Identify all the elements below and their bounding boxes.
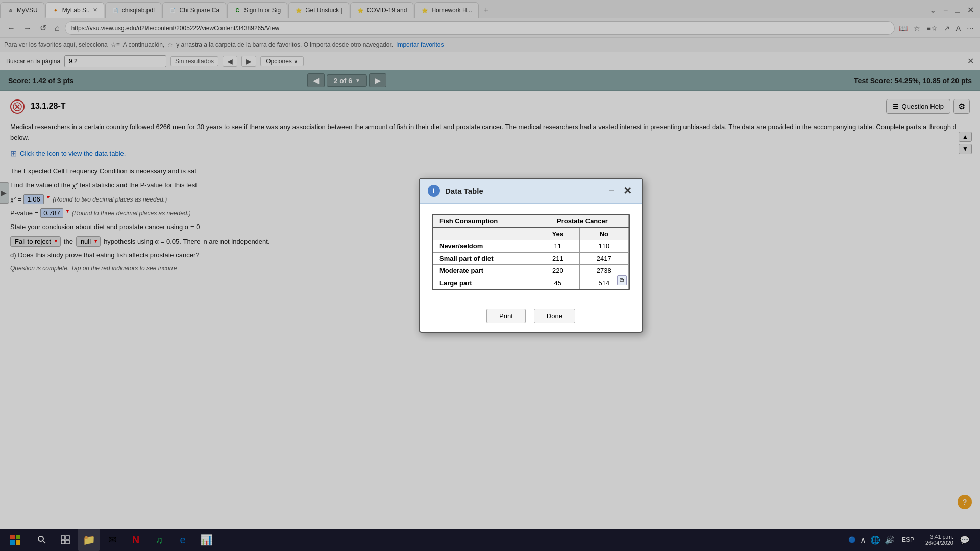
modal-title: Data Table (445, 187, 601, 195)
modal-minimize-button[interactable]: − (606, 186, 616, 196)
col-header-yes: Yes (536, 228, 579, 240)
no-count: 2417 (579, 253, 628, 265)
table-row: Never/seldom 11 110 (433, 240, 629, 253)
table-row: Large part 45 514 (433, 277, 629, 289)
col-header-no: No (579, 228, 628, 240)
done-button[interactable]: Done (534, 309, 575, 323)
no-count: 110 (579, 240, 628, 253)
col-header-fish: Fish Consumption (433, 215, 536, 228)
data-table-container: Fish Consumption Prostate Cancer Yes No … (432, 214, 630, 290)
table-row: Small part of diet 211 2417 (433, 253, 629, 265)
modal-info-icon: i (428, 185, 440, 197)
fish-category: Large part (433, 277, 536, 289)
fish-category: Small part of diet (433, 253, 536, 265)
col-subheader-fish (433, 228, 536, 240)
table-copy-button[interactable]: ⧉ (617, 275, 627, 285)
print-button[interactable]: Print (486, 309, 526, 323)
data-table-modal: i Data Table − ✕ Fish Consumption Prosta… (419, 178, 643, 333)
modal-header: i Data Table − ✕ (420, 179, 642, 204)
modal-body: Fish Consumption Prostate Cancer Yes No … (420, 204, 642, 300)
yes-count: 45 (536, 277, 579, 289)
fish-category: Moderate part (433, 265, 536, 277)
modal-close-button[interactable]: ✕ (621, 185, 634, 197)
prostate-cancer-header: Prostate Cancer (536, 215, 628, 228)
yes-count: 11 (536, 240, 579, 253)
yes-count: 211 (536, 253, 579, 265)
table-row: Moderate part 220 2738 (433, 265, 629, 277)
data-table: Fish Consumption Prostate Cancer Yes No … (433, 215, 629, 289)
yes-count: 220 (536, 265, 579, 277)
modal-footer: Print Done (420, 300, 642, 332)
modal-overlay: i Data Table − ✕ Fish Consumption Prosta… (0, 0, 980, 551)
fish-category: Never/seldom (433, 240, 536, 253)
